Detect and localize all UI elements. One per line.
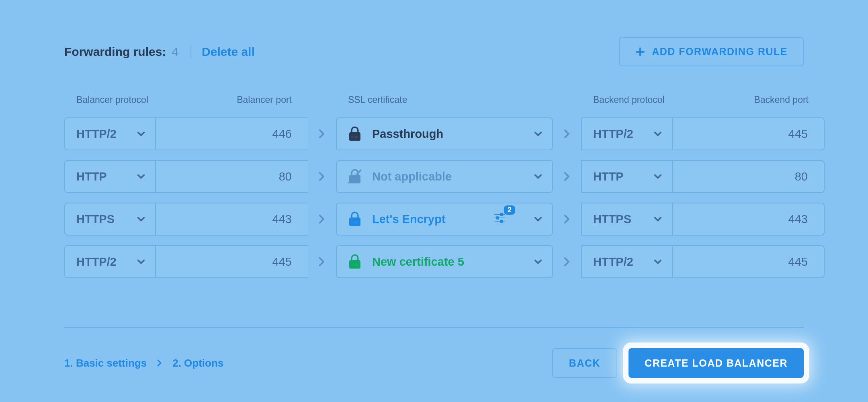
plus-icon: [635, 47, 645, 57]
balancer-protocol-select[interactable]: HTTP 80: [64, 160, 308, 193]
chevron-right-icon: [562, 129, 572, 139]
balancer-protocol-value: HTTP/2: [76, 127, 117, 141]
back-button[interactable]: BACK: [552, 348, 617, 378]
backend-protocol-value: HTTP/2: [593, 127, 633, 141]
balancer-protocol-select[interactable]: HTTP/2 445: [64, 245, 308, 278]
chevron-right-icon: [317, 256, 327, 267]
backend-protocol-select[interactable]: HTTPS 443: [581, 203, 825, 236]
chevron-right-icon: [317, 171, 327, 182]
chevron-right-icon: [317, 214, 327, 224]
ssl-certificate-select[interactable]: New certificate 5: [336, 245, 553, 278]
caret-down-icon: [534, 257, 542, 266]
ssl-certificate-select[interactable]: Let's Encrypt 2: [336, 203, 553, 236]
forwarding-rules-count: 4: [172, 45, 178, 59]
chevron-right-icon: [562, 214, 572, 224]
col-ssl-certificate: SSL certificate: [336, 94, 553, 105]
backend-protocol-select[interactable]: HTTP 80: [581, 160, 825, 193]
ssl-certificate-value: Passthrough: [372, 127, 517, 141]
caret-down-icon: [137, 257, 145, 266]
add-forwarding-rule-button[interactable]: ADD FORWARDING RULE: [619, 37, 804, 66]
backend-port-value: 445: [788, 255, 808, 269]
backend-protocol-select[interactable]: HTTP/2 445: [581, 245, 825, 278]
balancer-port-input[interactable]: 443: [156, 203, 308, 235]
ssl-tune-badge: 2: [504, 205, 515, 215]
backend-port-value: 445: [788, 127, 808, 141]
col-backend-protocol: Backend protocol: [581, 94, 672, 105]
lock-blue-icon: [347, 211, 362, 227]
create-load-balancer-button[interactable]: CREATE LOAD BALANCER: [628, 348, 804, 378]
caret-down-icon: [653, 215, 662, 224]
lock-dark-icon: [347, 126, 362, 142]
col-balancer-protocol: Balancer protocol: [64, 94, 155, 105]
step-options[interactable]: 2. Options: [172, 357, 223, 369]
forwarding-rule-row: HTTP/2 445 New certificate 5 HTTP/2 445: [64, 245, 804, 278]
backend-port-value: 443: [788, 213, 808, 226]
divider: [190, 45, 190, 59]
balancer-protocol-value: HTTP/2: [76, 255, 117, 269]
balancer-protocol-select[interactable]: HTTPS 443: [64, 203, 308, 236]
backend-protocol-value: HTTPS: [593, 213, 631, 226]
caret-down-icon: [534, 172, 542, 181]
col-balancer-port: Balancer port: [155, 94, 308, 105]
lock-off-icon: [347, 169, 362, 184]
chevron-right-icon: [317, 129, 327, 139]
ssl-certificate-value: Not applicable: [372, 170, 517, 183]
balancer-port-value: 445: [272, 255, 292, 269]
ssl-certificate-value: New certificate 5: [372, 255, 517, 269]
backend-port-input[interactable]: 445: [673, 246, 824, 277]
ssl-certificate-value: Let's Encrypt: [372, 213, 483, 226]
forwarding-rule-row: HTTP 80 Not applicable HTTP 80: [64, 160, 804, 193]
add-forwarding-rule-label: ADD FORWARDING RULE: [652, 46, 788, 57]
backend-protocol-value: HTTP/2: [593, 255, 633, 269]
caret-down-icon: [137, 215, 145, 224]
balancer-port-input[interactable]: 446: [156, 118, 308, 150]
balancer-port-value: 446: [272, 127, 292, 141]
backend-protocol-value: HTTP: [593, 170, 624, 183]
backend-port-input[interactable]: 80: [673, 161, 824, 192]
chevron-right-icon: [156, 359, 164, 367]
chevron-right-icon: [562, 171, 572, 182]
column-headers: Balancer protocol Balancer port SSL cert…: [64, 94, 804, 105]
balancer-port-input[interactable]: 445: [156, 246, 308, 277]
balancer-protocol-value: HTTP: [76, 170, 107, 183]
balancer-port-value: 80: [279, 170, 292, 183]
caret-down-icon: [534, 129, 542, 138]
balancer-protocol-value: HTTPS: [76, 213, 115, 226]
lock-green-icon: [347, 254, 362, 269]
ssl-certificate-select[interactable]: Passthrough: [336, 117, 553, 150]
ssl-certificate-select[interactable]: Not applicable: [336, 160, 553, 193]
col-backend-port: Backend port: [672, 94, 825, 105]
chevron-right-icon: [562, 256, 572, 267]
forwarding-rules-label: Forwarding rules:: [64, 45, 166, 59]
balancer-protocol-select[interactable]: HTTP/2 446: [64, 117, 308, 150]
backend-port-input[interactable]: 445: [673, 118, 824, 150]
caret-down-icon: [653, 257, 662, 266]
caret-down-icon: [534, 215, 542, 224]
caret-down-icon: [653, 129, 662, 138]
balancer-port-value: 443: [272, 213, 292, 226]
backend-protocol-select[interactable]: HTTP/2 445: [581, 117, 825, 150]
backend-port-input[interactable]: 443: [673, 203, 824, 235]
caret-down-icon: [653, 172, 662, 181]
caret-down-icon: [137, 172, 145, 181]
forwarding-rule-row: HTTP/2 446 Passthrough HTTP/2 445: [64, 117, 804, 150]
delete-all-link[interactable]: Delete all: [202, 45, 255, 59]
wizard-steps: 1. Basic settings 2. Options: [64, 357, 223, 369]
ssl-tune-button[interactable]: 2: [493, 211, 509, 227]
caret-down-icon: [137, 129, 145, 138]
balancer-port-input[interactable]: 80: [156, 161, 308, 192]
step-basic-settings[interactable]: 1. Basic settings: [64, 357, 147, 369]
forwarding-rule-row: HTTPS 443 Let's Encrypt 2 HTTPS: [64, 203, 804, 236]
backend-port-value: 80: [795, 170, 808, 183]
